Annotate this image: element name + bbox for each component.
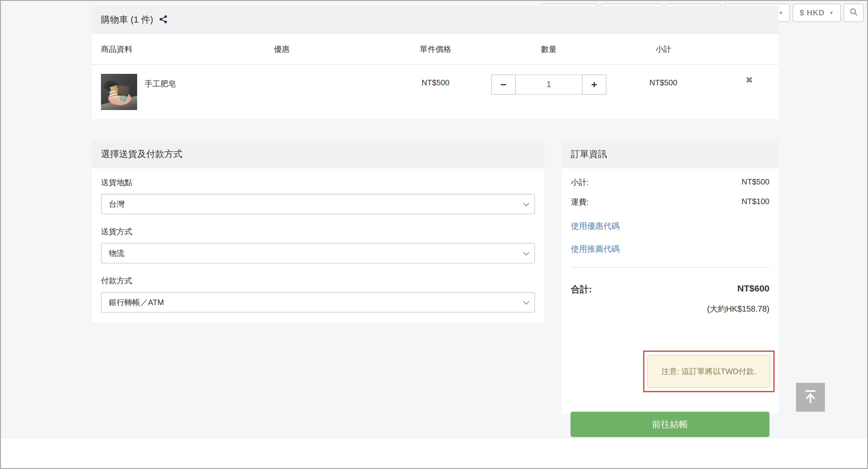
chevron-down-icon	[523, 199, 530, 209]
delivery-location-label: 送貨地點	[101, 177, 535, 188]
delivery-method-label: 送貨方式	[101, 226, 535, 237]
shipping-payment-panel: 選擇送貨及付款方式 送貨地點 台灣 送貨方式 物流 付款方式 銀行轉帳／ATM	[92, 140, 544, 322]
product-image[interactable]	[101, 74, 137, 110]
coupon-code-link[interactable]: 使用優惠代碼	[571, 221, 620, 231]
checkout-button[interactable]: 前往結帳	[570, 412, 770, 437]
item-subtotal: NT$500	[650, 78, 678, 87]
search-button[interactable]	[844, 4, 864, 22]
scroll-top-icon	[803, 388, 818, 406]
column-subtotal: 小計	[655, 44, 671, 54]
cart-title-bar: 購物車 (1 件)	[92, 6, 778, 34]
column-discount: 優惠	[274, 44, 290, 54]
order-subtotal-value: NT$500	[742, 177, 770, 188]
currency-note-text: 注意: 這訂單將以TWD付款.	[661, 366, 756, 377]
cart-panel: 購物車 (1 件) 商品資料 優惠 單件價格 數量 小計 手工肥皂 N	[92, 6, 778, 119]
payment-method-value: 銀行轉帳／ATM	[109, 297, 164, 308]
column-quantity: 數量	[541, 44, 557, 54]
currency-label: $ HKD	[800, 8, 825, 18]
order-total-approx: (大約HK$158.78)	[571, 304, 770, 314]
currency-button[interactable]: $ HKD ▼	[793, 4, 841, 22]
order-shipping-label: 運費:	[571, 197, 589, 207]
order-shipping-row: 運費: NT$100	[571, 197, 770, 207]
delivery-method-value: 物流	[109, 248, 124, 259]
quantity-input[interactable]	[516, 74, 582, 95]
chevron-down-icon	[523, 298, 530, 307]
chevron-down-icon	[523, 249, 530, 258]
page-footer	[1, 438, 867, 468]
order-info-panel: 訂單資訊 小計: NT$500 運費: NT$100 使用優惠代碼 使用推薦代碼…	[562, 140, 778, 414]
unit-price: NT$500	[422, 78, 450, 87]
order-divider	[571, 267, 770, 268]
order-subtotal-row: 小計: NT$500	[571, 177, 770, 188]
delivery-location-value: 台灣	[109, 199, 124, 210]
payment-method-select[interactable]: 銀行轉帳／ATM	[101, 292, 535, 313]
order-total-label: 合計:	[571, 283, 592, 296]
referral-code-link[interactable]: 使用推薦代碼	[571, 244, 620, 254]
quantity-stepper: − +	[491, 74, 607, 95]
shipping-panel-body: 送貨地點 台灣 送貨方式 物流 付款方式 銀行轉帳／ATM	[92, 168, 544, 322]
order-subtotal-label: 小計:	[571, 177, 589, 188]
quantity-decrease-button[interactable]: −	[491, 74, 516, 95]
cart-item-row: 手工肥皂 NT$500 − + NT$500 ✖	[92, 65, 778, 119]
shipping-panel-header: 選擇送貨及付款方式	[92, 140, 544, 168]
search-icon	[849, 7, 858, 19]
order-panel-title: 訂單資訊	[571, 148, 607, 160]
payment-method-label: 付款方式	[101, 276, 535, 286]
column-product: 商品資料	[101, 44, 132, 54]
quantity-increase-button[interactable]: +	[582, 74, 607, 95]
back-to-top-button[interactable]	[796, 383, 825, 412]
share-icon[interactable]	[159, 15, 167, 26]
cart-page-title: 購物車 (1 件)	[101, 13, 153, 26]
order-panel-header: 訂單資訊	[562, 140, 778, 168]
order-panel-body: 小計: NT$500 運費: NT$100 使用優惠代碼 使用推薦代碼 合計: …	[562, 168, 778, 414]
order-total-row: 合計: NT$600	[571, 283, 770, 296]
caret-down-icon: ▼	[829, 10, 834, 15]
order-shipping-value: NT$100	[742, 197, 770, 207]
caret-down-icon: ▼	[778, 10, 783, 15]
cart-table-header: 商品資料 優惠 單件價格 數量 小計	[92, 34, 778, 65]
remove-item-icon[interactable]: ✖	[745, 76, 753, 85]
shipping-panel-title: 選擇送貨及付款方式	[101, 148, 182, 160]
product-name[interactable]: 手工肥皂	[145, 79, 176, 89]
delivery-location-select[interactable]: 台灣	[101, 194, 535, 214]
delivery-method-select[interactable]: 物流	[101, 243, 535, 263]
currency-note-annotation: 注意: 這訂單將以TWD付款.	[643, 350, 775, 392]
order-total-value: NT$600	[737, 283, 770, 296]
column-unit-price: 單件價格	[420, 44, 451, 54]
currency-note: 注意: 這訂單將以TWD付款.	[647, 355, 770, 388]
page: 登入會員 購物車 (1) 聯絡我們 繁體中文 ▼ $ HKD ▼	[0, 0, 868, 469]
